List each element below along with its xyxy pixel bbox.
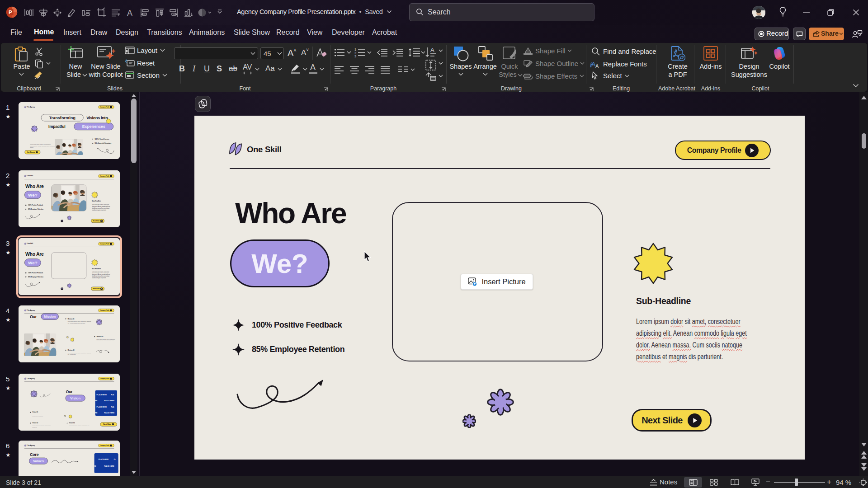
svg-text:P: P	[9, 9, 12, 15]
svg-text:A: A	[430, 47, 434, 53]
svg-text:A: A	[595, 63, 599, 69]
svg-text:3: 3	[354, 54, 356, 57]
svg-text:A: A	[127, 9, 132, 18]
